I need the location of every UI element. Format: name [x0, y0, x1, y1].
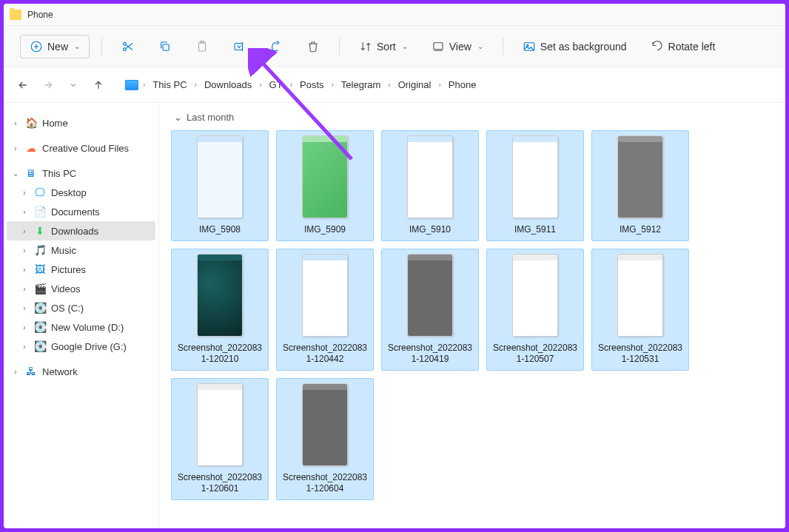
sort-button[interactable]: Sort ⌄: [352, 36, 415, 58]
sidebar-item-osc[interactable]: › 💽 OS (C:): [7, 298, 155, 317]
pc-icon: [125, 80, 138, 90]
rotate-icon: [651, 40, 664, 53]
music-icon: 🎵: [33, 244, 47, 256]
share-button[interactable]: [262, 36, 290, 58]
file-label: Screenshot_20220831-120604: [281, 472, 369, 495]
file-item[interactable]: Screenshot_20220831-120531: [591, 249, 689, 371]
sidebar-item-pictures[interactable]: › 🖼 Pictures: [7, 260, 155, 279]
chevron-right-icon: ›: [20, 266, 29, 274]
file-item[interactable]: IMG_5911: [486, 130, 584, 241]
network-icon: 🖧: [24, 366, 38, 377]
content-pane: ⌄ Last month IMG_5908IMG_5909IMG_5910IMG…: [159, 103, 785, 528]
rotate-left-button[interactable]: Rotate left: [643, 36, 723, 58]
view-label: View: [449, 41, 471, 53]
file-grid: IMG_5908IMG_5909IMG_5910IMG_5911IMG_5912…: [171, 130, 773, 500]
file-item[interactable]: IMG_5909: [276, 130, 374, 241]
breadcrumb-item[interactable]: Original: [395, 78, 434, 92]
drive-icon: 💽: [33, 321, 47, 333]
rename-button[interactable]: [225, 36, 253, 58]
file-thumbnail: [302, 383, 348, 466]
view-button[interactable]: View ⌄: [424, 36, 491, 58]
svg-point-2: [124, 47, 127, 50]
view-icon: [432, 40, 445, 53]
sidebar-item-label: Desktop: [51, 187, 87, 198]
file-item[interactable]: IMG_5912: [591, 130, 689, 241]
chevron-right-icon: ›: [20, 246, 29, 255]
sidebar-item-label: Google Drive (G:): [51, 341, 127, 352]
file-item[interactable]: IMG_5910: [381, 130, 479, 241]
explorer-window: Phone New ⌄: [4, 4, 785, 528]
nav-up[interactable]: [91, 78, 106, 92]
breadcrumb-item[interactable]: Posts: [297, 78, 327, 92]
paste-button[interactable]: [188, 36, 216, 58]
sidebar-item-home[interactable]: › 🏠 Home: [7, 113, 155, 132]
file-label: Screenshot_20220831-120531: [597, 343, 684, 366]
file-thumbnail: [197, 383, 243, 466]
nav-back[interactable]: [16, 78, 30, 92]
file-label: IMG_5912: [620, 224, 661, 236]
sidebar-item-newvolume[interactable]: › 💽 New Volume (D:): [7, 317, 155, 337]
nav-forward[interactable]: [41, 78, 56, 92]
picture-icon: [523, 40, 536, 53]
pc-icon: 🖥: [24, 167, 38, 179]
file-item[interactable]: Screenshot_20220831-120419: [381, 249, 479, 371]
sidebar-item-label: New Volume (D:): [51, 322, 124, 333]
chevron-right-icon: ›: [20, 227, 29, 235]
delete-button[interactable]: [299, 36, 327, 58]
divider: [339, 38, 340, 55]
sidebar-item-network[interactable]: › 🖧 Network: [7, 362, 155, 381]
sidebar-item-documents[interactable]: › 📄 Documents: [7, 202, 155, 221]
file-label: Screenshot_20220831-120210: [176, 343, 263, 366]
rotate-label: Rotate left: [668, 41, 716, 53]
chevron-down-icon: ⌄: [477, 42, 483, 50]
file-label: Screenshot_20220831-120601: [176, 472, 263, 495]
file-thumbnail: [302, 254, 348, 337]
file-thumbnail: [512, 254, 558, 337]
file-item[interactable]: Screenshot_20220831-120442: [276, 249, 374, 371]
chevron-down-icon: ⌄: [402, 42, 408, 50]
chevron-right-icon: ›: [438, 81, 440, 89]
toolbar: New ⌄: [4, 26, 785, 67]
file-item[interactable]: IMG_5908: [171, 130, 269, 241]
file-item[interactable]: Screenshot_20220831-120601: [171, 378, 269, 500]
sidebar-item-videos[interactable]: › 🎬 Videos: [7, 279, 155, 298]
new-button[interactable]: New ⌄: [20, 35, 90, 58]
sidebar-item-desktop[interactable]: › 🖵 Desktop: [7, 183, 155, 202]
nav-recent[interactable]: [66, 78, 81, 92]
chevron-right-icon: ›: [388, 81, 390, 89]
clipboard-icon: [195, 40, 209, 53]
file-thumbnail: [407, 135, 453, 218]
group-header[interactable]: ⌄ Last month: [174, 112, 773, 123]
breadcrumb-item[interactable]: GT: [266, 78, 286, 92]
breadcrumb-item[interactable]: Downloads: [201, 78, 255, 92]
file-label: IMG_5910: [409, 224, 451, 236]
copy-icon: [158, 40, 172, 53]
copy-button[interactable]: [151, 36, 179, 58]
svg-rect-3: [163, 44, 169, 50]
sidebar-item-downloads[interactable]: › ⬇ Downloads: [7, 221, 155, 240]
sidebar-item-creative-cloud[interactable]: › ☁ Creative Cloud Files: [7, 138, 155, 158]
sidebar-item-music[interactable]: › 🎵 Music: [7, 240, 155, 260]
sidebar-item-label: Videos: [51, 283, 81, 294]
breadcrumb-item[interactable]: Phone: [446, 78, 480, 92]
file-item[interactable]: Screenshot_20220831-120604: [276, 378, 374, 500]
svg-rect-7: [434, 42, 443, 49]
sidebar-item-thispc[interactable]: ⌄ 🖥 This PC: [7, 164, 155, 183]
file-item[interactable]: Screenshot_20220831-120210: [171, 249, 269, 371]
breadcrumb-item[interactable]: Telegram: [338, 78, 383, 92]
sidebar-item-label: Music: [51, 245, 76, 256]
cut-button[interactable]: [114, 36, 142, 58]
chevron-right-icon: ›: [20, 343, 29, 351]
file-thumbnail: [512, 135, 558, 218]
sidebar-item-label: Creative Cloud Files: [42, 143, 129, 154]
videos-icon: 🎬: [33, 283, 47, 294]
breadcrumb-item[interactable]: This PC: [150, 78, 189, 92]
file-thumbnail: [197, 254, 243, 337]
drive-icon: 💽: [33, 302, 47, 314]
set-background-button[interactable]: Set as background: [515, 36, 634, 58]
file-item[interactable]: Screenshot_20220831-120507: [486, 249, 584, 371]
sidebar-item-gdrive[interactable]: › 💽 Google Drive (G:): [7, 337, 155, 356]
cloud-icon: ☁: [24, 142, 38, 154]
background-label: Set as background: [540, 41, 627, 53]
new-label: New: [47, 41, 68, 53]
